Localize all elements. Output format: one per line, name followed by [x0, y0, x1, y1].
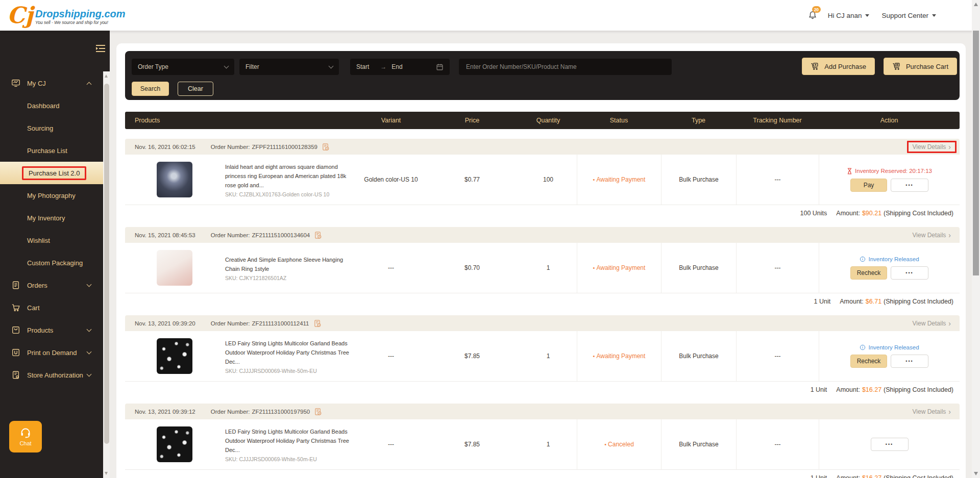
more-actions-button[interactable]: ••• — [871, 438, 909, 451]
calendar-icon — [436, 63, 444, 71]
sidebar-item-dashboard[interactable]: Dashboard — [0, 94, 103, 117]
sidebar-item-my-inventory[interactable]: My Inventory — [0, 207, 103, 229]
product-sku: SKU: CJJJJRSD00069-White-50m-EU — [225, 368, 357, 374]
order-number: ZFPF2111161000128359 — [252, 144, 317, 150]
variant-cell: --- — [357, 419, 425, 469]
cj-dropshipping-logo[interactable]: Cj Dropshipping.com You sell - We source… — [7, 3, 126, 28]
product-title[interactable]: LED Fairy String Lights Multicolor Garla… — [225, 427, 357, 455]
product-sku: SKU: CJZBLXLX01763-Golden color-US 10 — [225, 191, 357, 197]
product-title[interactable]: Creative And Simple Earphone Sleeve Hang… — [225, 255, 357, 273]
variant-cell: --- — [357, 331, 425, 381]
scrollbar-thumb[interactable] — [973, 31, 979, 275]
order-number: ZF2111151000134604 — [252, 232, 310, 238]
sidebar-item-my-photography[interactable]: My Photography — [0, 184, 103, 207]
inventory-note: Inventory Reserved: 20:17:13 — [847, 168, 932, 174]
sidebar-item-sourcing[interactable]: Sourcing — [0, 117, 103, 139]
chat-button[interactable]: Chat — [9, 421, 42, 452]
chevron-right-icon: › — [948, 409, 951, 414]
chevron-down-icon — [865, 14, 869, 17]
column-quantity: Quantity — [520, 117, 577, 124]
filter-select[interactable]: Filter — [239, 59, 339, 75]
page-scrollbar[interactable] — [972, 0, 980, 478]
add-purchase-button[interactable]: Add Purchase — [802, 58, 875, 75]
order-copy-icon[interactable] — [313, 319, 322, 328]
amount-label: Amount: — [836, 210, 860, 217]
logo-tagline: You sell - We source and ship for you! — [35, 20, 126, 25]
product-thumbnail[interactable] — [157, 162, 192, 197]
sidebar-item-label: My CJ — [27, 80, 46, 87]
order-meta-row: Nov. 13, 2021 09:39:12 Order Number: ZF2… — [125, 404, 960, 419]
purchase-cart-button[interactable]: Purchase Cart — [884, 58, 957, 75]
scrollbar-thumb[interactable] — [104, 84, 109, 444]
more-actions-button[interactable]: ••• — [891, 355, 928, 368]
more-actions-button[interactable]: ••• — [891, 266, 928, 280]
sidebar-item-print-on-demand[interactable]: Print on Demand — [0, 341, 103, 364]
scroll-down-arrow[interactable] — [974, 472, 978, 475]
scroll-up-arrow[interactable] — [974, 3, 978, 6]
chevron-down-icon — [87, 371, 92, 376]
product-thumbnail[interactable] — [157, 426, 192, 462]
chevron-down-icon — [87, 326, 92, 332]
support-center-label: Support Center — [881, 12, 928, 19]
scroll-up-arrow[interactable] — [105, 74, 108, 78]
order-meta-row: Nov. 13, 2021 09:39:20 Order Number: ZF2… — [125, 315, 960, 331]
filter-panel: Order Type Filter Start → End Search Cle… — [125, 51, 960, 100]
sidebar-item-cart[interactable]: Cart — [0, 296, 103, 319]
clear-button[interactable]: Clear — [178, 82, 213, 96]
order-summary-row: 1 Unit Amount: $16.27 (Shipping Cost Inc… — [125, 381, 960, 398]
product-title[interactable]: LED Fairy String Lights Multicolor Garla… — [225, 339, 357, 366]
search-input[interactable] — [459, 59, 672, 75]
price-cell: $0.77 — [425, 155, 520, 205]
price-cell: $7.85 — [425, 331, 520, 381]
type-cell: Bulk Purchase — [661, 155, 736, 205]
sidebar-item-purchase-list[interactable]: Purchase List — [0, 139, 103, 162]
view-details-link[interactable]: View Details › — [907, 229, 957, 241]
user-menu[interactable]: Hi CJ anan — [828, 12, 877, 19]
product-thumbnail[interactable] — [157, 338, 192, 374]
column-status: Status — [577, 117, 661, 124]
scroll-down-arrow[interactable] — [105, 472, 108, 475]
order-number-label: Order Number: — [211, 144, 250, 150]
primary-action-button[interactable]: Pay — [850, 179, 887, 192]
view-details-link[interactable]: View Details › — [907, 406, 957, 418]
chevron-right-icon: › — [948, 321, 951, 326]
primary-action-button[interactable]: Recheck — [850, 266, 887, 280]
order-number-label: Order Number: — [211, 320, 250, 326]
date-range-picker[interactable]: Start → End — [350, 59, 450, 75]
view-details-link[interactable]: View Details › — [907, 141, 957, 153]
sidebar-item-orders[interactable]: Orders — [0, 274, 103, 296]
sidebar-item-custom-packaging[interactable]: Custom Packaging — [0, 251, 103, 274]
product-title[interactable]: Inlaid heart and eight arrows square dia… — [225, 162, 357, 190]
order-summary-row: 1 Unit Amount: $16.27 (Shipping Cost Inc… — [125, 469, 960, 478]
support-center-menu[interactable]: Support Center — [881, 12, 943, 19]
table-header: Products Variant Price Quantity Status T… — [125, 112, 960, 129]
primary-action-button[interactable]: Recheck — [850, 355, 887, 368]
product-thumbnail[interactable] — [157, 250, 192, 286]
sidebar-item-my-cj[interactable]: My CJ — [0, 72, 103, 94]
sidebar-collapse-icon[interactable] — [95, 44, 106, 53]
sidebar-item-products[interactable]: Products — [0, 319, 103, 341]
order-block: Nov. 16, 2021 06:02:15 Order Number: ZFP… — [125, 139, 960, 221]
order-type-select[interactable]: Order Type — [132, 59, 234, 75]
order-copy-icon[interactable] — [314, 408, 322, 416]
search-button[interactable]: Search — [132, 82, 169, 96]
quantity-cell: 1 — [520, 243, 577, 293]
order-copy-icon[interactable] — [314, 231, 322, 239]
sidebar-item-purchase-list-2[interactable]: Purchase List 2.0 — [0, 162, 103, 184]
chevron-up-icon — [87, 82, 92, 87]
order-body-row: Inlaid heart and eight arrows square dia… — [125, 155, 960, 205]
order-number-label: Order Number: — [211, 409, 250, 415]
cart-plus-icon — [811, 62, 820, 70]
sidebar-item-store-authorization[interactable]: Store Authorization — [0, 364, 103, 386]
amount-value: $16.27 — [862, 386, 881, 393]
status-cell: Canceled — [577, 419, 661, 469]
sidebar-item-wishlist[interactable]: Wishlist — [0, 229, 103, 251]
order-copy-icon[interactable] — [322, 143, 330, 151]
inner-scrollbar[interactable] — [103, 71, 110, 478]
view-details-link[interactable]: View Details › — [907, 317, 957, 330]
chevron-down-icon — [87, 282, 92, 287]
type-cell: Bulk Purchase — [661, 331, 736, 381]
notification-bell-icon[interactable]: 20 — [807, 10, 818, 20]
more-actions-button[interactable]: ••• — [891, 179, 928, 192]
product-sku: SKU: CJKY121826501AZ — [225, 275, 357, 281]
